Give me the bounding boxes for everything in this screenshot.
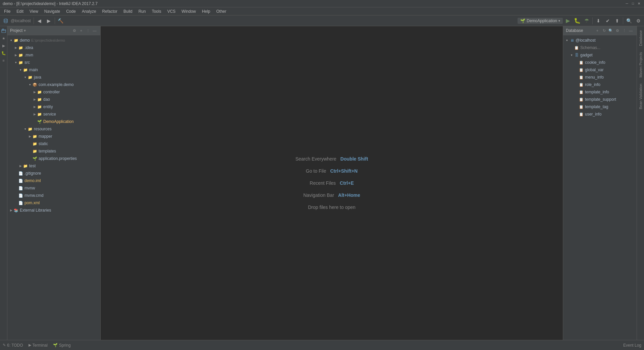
tree-item-appproperties[interactable]: ▶ 🌱 application.properties	[7, 155, 100, 162]
db-item-schemas[interactable]: ▶ 📋 Schemas...	[563, 44, 637, 51]
debug-button[interactable]: 🐛	[573, 16, 582, 25]
toolbar-back-btn[interactable]: ◀	[35, 16, 44, 25]
db-item-cookie-info[interactable]: ▶ 📋 cookie_info	[563, 59, 637, 66]
maximize-button[interactable]: □	[631, 1, 635, 6]
db-minimize-icon[interactable]: —	[628, 28, 634, 34]
tree-item-service[interactable]: ▶ 📁 service	[7, 111, 100, 118]
menu-code[interactable]: Code	[63, 8, 78, 15]
menu-other[interactable]: Other	[214, 8, 229, 15]
db-tree[interactable]: ▾ 🖥 @localhost ▶ 📋 Schemas... ▾ 🗄 gadget	[563, 35, 637, 340]
menu-file[interactable]: File	[1, 8, 13, 15]
db-label-user-info: user_info	[585, 112, 601, 117]
menu-refactor[interactable]: Refactor	[100, 8, 120, 15]
tree-item-gitignore[interactable]: ▶ 📄 .gitignore	[7, 170, 100, 177]
menu-vcs[interactable]: VCS	[165, 8, 178, 15]
toolbar-vcs-push[interactable]: ⬆	[613, 16, 622, 25]
tree-item-demo[interactable]: ▾ 📁 demo E:\project\idea\demo	[7, 37, 100, 44]
db-item-menu-info[interactable]: ▶ 📋 menu_info	[563, 74, 637, 81]
tree-item-mvn[interactable]: ▶ 📁 .mvn	[7, 51, 100, 59]
editor-hint-goto: Go to File Ctrl+Shift+N	[306, 168, 358, 174]
toolbar-forward-btn[interactable]: ▶	[45, 16, 53, 25]
menu-analyze[interactable]: Analyze	[79, 8, 99, 15]
tree-item-static[interactable]: ▶ 📁 static	[7, 140, 100, 147]
run-button[interactable]: ▶	[564, 16, 572, 25]
project-dropdown-icon[interactable]: ▾	[24, 28, 26, 33]
tree-item-templates[interactable]: ▶ 📁 templates	[7, 147, 100, 155]
sidebar-icon-favorites[interactable]: ★	[0, 35, 7, 42]
minimize-button[interactable]: ─	[625, 1, 629, 6]
panel-add-icon[interactable]: +	[78, 28, 84, 34]
status-todo[interactable]: ✎ 6: TODO	[3, 343, 23, 348]
db-item-user-info[interactable]: ▶ 📋 user_info	[563, 111, 637, 118]
tree-label-demo-path: E:\project\idea\demo	[31, 38, 65, 42]
db-settings-icon[interactable]: ⚙	[614, 28, 621, 34]
panel-settings-icon[interactable]: ⚙	[71, 28, 77, 34]
menu-tools[interactable]: Tools	[149, 8, 164, 15]
panel-gear-icon[interactable]: ⋮	[85, 28, 91, 34]
tree-item-test[interactable]: ▶ 📁 test	[7, 162, 100, 170]
menu-edit[interactable]: Edit	[14, 8, 26, 15]
right-tab-database[interactable]: Database	[638, 28, 643, 49]
sidebar-icon-run[interactable]: ▶	[0, 42, 7, 49]
tree-item-demoiml[interactable]: ▶ 📄 demo.iml	[7, 177, 100, 184]
db-add-icon[interactable]: +	[594, 28, 600, 34]
tree-item-pomxml[interactable]: ▶ 📄 pom.xml	[7, 199, 100, 207]
db-refresh-icon[interactable]: ↻	[601, 28, 607, 34]
folder-icon-static: 📁	[32, 141, 38, 146]
sidebar-icon-debug[interactable]: 🐛	[0, 50, 7, 56]
db-item-template-info[interactable]: ▶ 📋 template_info	[563, 88, 637, 96]
toolbar-build-btn[interactable]: 🔨	[56, 16, 65, 25]
tree-item-mvnwcmd[interactable]: ▶ 📄 mvnw.cmd	[7, 192, 100, 199]
table-icon-roleinfo: 📋	[579, 82, 584, 87]
tree-item-idea[interactable]: ▶ 📁 .idea	[7, 44, 100, 51]
status-terminal[interactable]: ▶ Terminal	[29, 343, 48, 348]
menu-run[interactable]: Run	[136, 8, 149, 15]
menu-navigate[interactable]: Navigate	[42, 8, 63, 15]
tree-item-demoapplication[interactable]: ▶ 🌱 DemoApplication	[7, 118, 100, 125]
db-item-global-var[interactable]: ▶ 📋 global_var	[563, 66, 637, 74]
db-schema-icon[interactable]: 🔍	[608, 28, 614, 34]
close-button[interactable]: ✕	[637, 1, 641, 6]
db-item-role-info[interactable]: ▶ 📋 role_info	[563, 81, 637, 88]
tree-item-external-libraries[interactable]: ▶ 📚 External Libraries	[7, 207, 100, 214]
run-config-selector[interactable]: 🌱 DemoApplication ▾	[518, 18, 563, 24]
tree-item-controller[interactable]: ▶ 📁 controller	[7, 88, 100, 96]
toolbar-vcs-update[interactable]: ⬇	[594, 16, 603, 25]
folder-icon-controller: 📁	[37, 89, 42, 95]
db-item-gadget[interactable]: ▾ 🗄 gadget	[563, 51, 637, 59]
tree-item-resources[interactable]: ▾ 📁 resources	[7, 125, 100, 133]
tree-item-mapper[interactable]: ▶ 📁 mapper	[7, 133, 100, 140]
tree-item-package[interactable]: ▾ 📦 com.example.demo	[7, 81, 100, 88]
db-item-localhost[interactable]: ▾ 🖥 @localhost	[563, 37, 637, 44]
coverage-button[interactable]: ☂	[582, 16, 591, 25]
tree-item-src[interactable]: ▾ 📁 src	[7, 59, 100, 66]
toolbar-settings-btn[interactable]: ⚙	[634, 16, 643, 25]
right-tab-beanvalidation[interactable]: Bean Validation	[638, 81, 643, 112]
hint-label-recent: Recent Files	[310, 180, 336, 186]
tree-item-entity[interactable]: ▶ 📁 entity	[7, 103, 100, 111]
status-eventlog[interactable]: Event Log	[623, 343, 641, 348]
menu-build[interactable]: Build	[121, 8, 135, 15]
right-tab-maven[interactable]: Maven Projects	[638, 49, 643, 80]
db-item-template-support[interactable]: ▶ 📋 template_support	[563, 96, 637, 103]
tree-item-mvnw[interactable]: ▶ 📄 mvnw	[7, 184, 100, 192]
tree-arrow-java: ▾	[23, 75, 28, 80]
project-tree[interactable]: ▾ 📁 demo E:\project\idea\demo ▶ 📁 .idea …	[7, 35, 100, 340]
tree-item-java[interactable]: ▾ 📁 java	[7, 74, 100, 81]
sidebar-icon-structure[interactable]: ≡	[0, 57, 7, 64]
db-more-icon[interactable]: ⋮	[621, 28, 627, 34]
toolbar-vcs-commit[interactable]: ✔	[603, 16, 612, 25]
folder-icon-dao: 📁	[37, 97, 42, 102]
menu-view[interactable]: View	[27, 8, 41, 15]
menu-window[interactable]: Window	[179, 8, 199, 15]
editor-hint-recent: Recent Files Ctrl+E	[310, 180, 354, 186]
db-item-template-tag[interactable]: ▶ 📋 template_tag	[563, 103, 637, 111]
toolbar-search-btn[interactable]: 🔍	[625, 16, 633, 25]
sidebar-icon-project[interactable]	[0, 28, 7, 34]
tree-item-main[interactable]: ▾ 📁 main	[7, 66, 100, 74]
database-toolbar-icon[interactable]	[1, 16, 10, 25]
menu-help[interactable]: Help	[199, 8, 213, 15]
panel-minimize-icon[interactable]: —	[92, 28, 98, 34]
tree-item-dao[interactable]: ▶ 📁 dao	[7, 96, 100, 103]
status-spring[interactable]: 🌱 Spring	[53, 343, 71, 348]
